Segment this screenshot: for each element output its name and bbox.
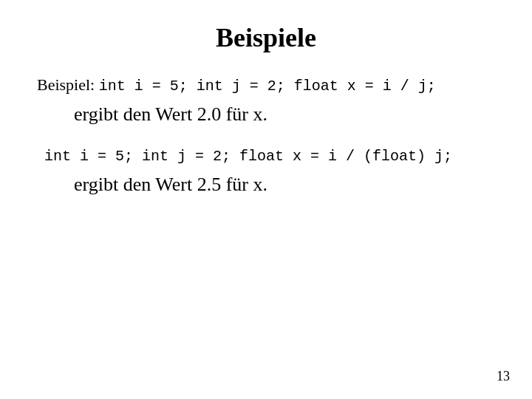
page-number: 13 xyxy=(497,369,510,384)
page-title: Beispiele xyxy=(37,22,495,53)
beispiel-line-1: Beispiel: int i = 5; int j = 2; float x … xyxy=(37,75,495,95)
beispiel-label: Beispiel: xyxy=(37,75,95,95)
result-text-1: ergibt den Wert 2.0 für x. xyxy=(74,103,495,126)
section-two: int i = 5; int j = 2; float x = i / (flo… xyxy=(37,148,495,196)
result-text-2: ergibt den Wert 2.5 für x. xyxy=(74,174,495,196)
section-one: Beispiel: int i = 5; int j = 2; float x … xyxy=(37,75,495,126)
page-container: Beispiele Beispiel: int i = 5; int j = 2… xyxy=(0,0,532,399)
code-line-1: int i = 5; int j = 2; float x = i / j; xyxy=(99,78,436,95)
code-line-2: int i = 5; int j = 2; float x = i / (flo… xyxy=(44,148,495,165)
